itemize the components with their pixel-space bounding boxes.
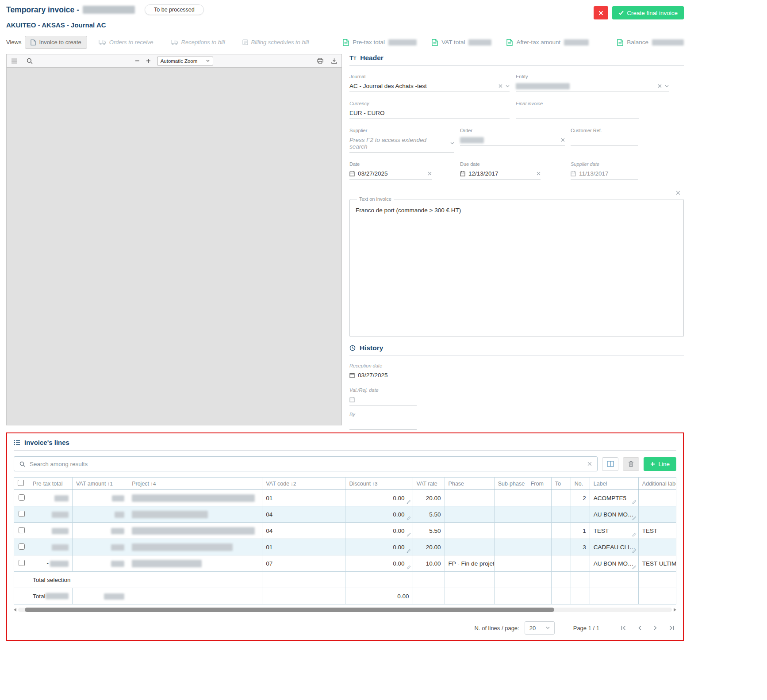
order-field[interactable]: Order [460,128,565,153]
clear-icon[interactable] [428,172,432,176]
invoice-line-row[interactable]: 040.005.50AU BON MO… [14,506,676,523]
first-page-icon[interactable] [621,625,626,631]
supplier-field[interactable]: Supplier Press F2 to access extended sea… [349,128,454,153]
edit-icon[interactable] [407,565,411,570]
close-icon [598,11,603,15]
tab-billing-schedules-to-bill[interactable]: Billing schedules to bill [237,36,315,49]
label-cell[interactable]: AU BON MO… [590,506,638,523]
search-box[interactable] [14,456,598,471]
clear-icon[interactable] [561,138,565,142]
date-field[interactable]: Date 03/27/2025 [349,161,432,180]
row-checkbox[interactable] [19,527,25,533]
invoice-line-row[interactable]: -070.0010.00FP - Fin de projetAU BON MO…… [14,555,676,572]
clear-icon[interactable] [537,172,541,176]
column-header-subphase[interactable]: Sub-phase [494,478,527,490]
scroll-right-icon[interactable] [674,608,676,612]
text-on-invoice-field[interactable]: Text on invoice Franco de port (commande… [349,196,684,337]
horizontal-scrollbar[interactable] [14,607,676,612]
row-select-cell[interactable] [14,523,29,539]
edit-icon[interactable] [632,549,637,553]
search-input[interactable] [30,461,583,467]
edit-icon[interactable] [407,516,411,520]
journal-field[interactable]: Journal AC - Journal des Achats -test [349,74,510,92]
row-checkbox[interactable] [19,494,25,501]
edit-icon[interactable] [632,500,637,504]
per-page-select[interactable]: 20 [525,621,555,635]
column-header-additional[interactable]: Additional label [638,478,676,490]
column-header-no[interactable]: No. [571,478,590,490]
close-button[interactable] [594,6,608,19]
column-header-project[interactable]: Project ↑4 [128,478,262,490]
column-header-discount[interactable]: Discount ↑3 [345,478,413,490]
chevron-down-icon[interactable] [506,85,510,88]
row-select-cell[interactable] [14,506,29,523]
tab-invoice-to-create[interactable]: Invoice to create [25,36,87,49]
clear-search-icon[interactable] [587,462,592,466]
zoom-select[interactable]: Automatic Zoom [157,57,214,65]
zoom-out-icon[interactable] [135,58,140,63]
edit-icon[interactable] [632,565,637,570]
edit-icon[interactable] [407,549,411,553]
row-checkbox[interactable] [19,543,25,550]
add-line-button[interactable]: Line [644,457,676,471]
label-cell[interactable]: TEST [590,523,638,539]
label-cell[interactable]: ACOMPTE5 [590,490,638,506]
label-cell[interactable]: CADEAU CLI… [590,539,638,555]
entity-field[interactable]: Entity [516,74,669,92]
last-page-icon[interactable] [669,625,675,631]
discount-cell[interactable]: 0.00 [345,539,413,555]
row-select-cell[interactable] [14,490,29,506]
column-header-pretax[interactable]: Pre-tax total [29,478,73,490]
discount-cell[interactable]: 0.00 [345,490,413,506]
edit-icon[interactable] [407,500,411,504]
column-header-from[interactable]: From [527,478,551,490]
zoom-in-icon[interactable] [146,58,151,63]
column-header-to[interactable]: To [551,478,571,490]
chevron-down-icon[interactable] [450,142,454,145]
row-checkbox[interactable] [19,560,25,566]
customer-ref-field[interactable]: Customer Ref. [571,128,638,153]
discount-cell[interactable]: 0.00 [345,555,413,572]
edit-icon[interactable] [407,532,411,537]
chevron-down-icon[interactable] [665,85,669,88]
discount-cell[interactable]: 0.00 [345,506,413,523]
column-header-vatrate[interactable]: VAT rate [413,478,445,490]
invoice-line-row[interactable]: 010.0020.002ACOMPTE5 [14,490,676,506]
prev-page-icon[interactable] [638,625,642,631]
tab-orders-to-receive[interactable]: Orders to receive [93,36,159,49]
invoice-line-row[interactable]: 010.0020.003CADEAU CLI… [14,539,676,555]
tab-receptions-to-bill[interactable]: Receptions to bill [165,36,231,49]
column-header-label[interactable]: Label [590,478,638,490]
scrollbar-track[interactable] [18,608,672,612]
invoice-line-row[interactable]: 040.005.501TESTTEST [14,523,676,539]
edit-icon[interactable] [632,532,637,537]
clear-icon[interactable] [676,189,680,196]
edit-icon[interactable] [632,516,637,520]
scrollbar-thumb[interactable] [25,608,554,612]
redacted-value [52,528,69,534]
next-page-icon[interactable] [653,625,657,631]
due-date-field[interactable]: Due date 12/13/2017 [460,161,541,180]
clear-icon[interactable] [658,84,662,88]
clear-icon[interactable] [499,84,502,88]
calendar-icon[interactable] [460,171,465,176]
scroll-left-icon[interactable] [14,608,16,612]
row-select-cell[interactable] [14,555,29,572]
create-final-invoice-button[interactable]: Create final invoice [612,6,684,19]
calendar-icon[interactable] [349,171,355,176]
select-all-checkbox[interactable] [18,480,24,486]
row-checkbox[interactable] [19,511,25,517]
row-select-cell[interactable] [14,539,29,555]
download-icon[interactable] [331,58,337,64]
column-header-phase[interactable]: Phase [445,478,494,490]
print-icon[interactable] [317,58,323,64]
column-header-vatamt[interactable]: VAT amount ↑1 [73,478,128,490]
delete-lines-button[interactable] [623,457,639,471]
label-cell[interactable]: AU BON MO… [590,555,638,572]
discount-cell[interactable]: 0.00 [345,523,413,539]
search-icon[interactable] [27,58,33,64]
column-header-vatcode[interactable]: VAT code ↓2 [262,478,345,490]
sidebar-toggle-icon[interactable] [11,58,18,64]
columns-button[interactable] [602,457,618,471]
select-all-cell[interactable] [14,478,29,490]
